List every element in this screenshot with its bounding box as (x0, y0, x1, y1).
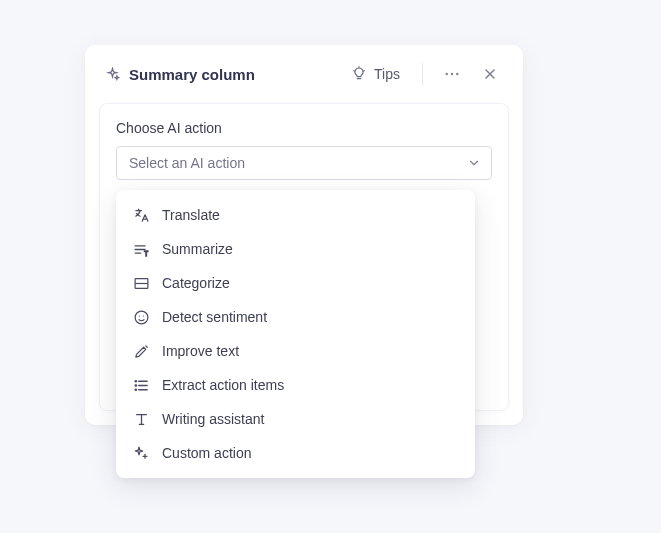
option-label: Detect sentiment (162, 309, 267, 325)
close-button[interactable] (475, 59, 505, 89)
sparkle-plus-icon (132, 444, 150, 462)
option-label: Extract action items (162, 377, 284, 393)
option-translate[interactable]: Translate (116, 198, 475, 232)
svg-text:T: T (144, 249, 148, 256)
svg-point-8 (135, 389, 136, 390)
svg-point-6 (135, 380, 136, 381)
svg-point-0 (446, 73, 448, 75)
dots-horizontal-icon (443, 65, 461, 83)
option-categorize[interactable]: Categorize (116, 266, 475, 300)
improve-text-icon (132, 342, 150, 360)
panel-title: Summary column (129, 66, 255, 83)
svg-point-1 (451, 73, 453, 75)
option-detect-sentiment[interactable]: Detect sentiment (116, 300, 475, 334)
lightbulb-icon (350, 65, 368, 83)
svg-point-7 (135, 384, 136, 385)
svg-point-2 (456, 73, 458, 75)
tips-button[interactable]: Tips (342, 61, 408, 87)
tips-label: Tips (374, 66, 400, 82)
panel-header: Summary column Tips (85, 45, 523, 103)
text-icon (132, 410, 150, 428)
sentiment-icon (132, 308, 150, 326)
option-label: Categorize (162, 275, 230, 291)
ai-action-select[interactable]: Select an AI action (116, 146, 492, 180)
divider (422, 63, 423, 85)
more-button[interactable] (437, 59, 467, 89)
panel-body: Choose AI action Select an AI action Tra… (99, 103, 509, 411)
option-label: Translate (162, 207, 220, 223)
option-label: Custom action (162, 445, 251, 461)
close-icon (482, 66, 498, 82)
categorize-icon (132, 274, 150, 292)
option-improve-text[interactable]: Improve text (116, 334, 475, 368)
ai-column-panel: Summary column Tips (85, 45, 523, 425)
svg-point-5 (135, 311, 148, 324)
option-summarize[interactable]: T Summarize (116, 232, 475, 266)
option-label: Writing assistant (162, 411, 264, 427)
option-writing-assistant[interactable]: Writing assistant (116, 402, 475, 436)
select-placeholder: Select an AI action (129, 155, 245, 171)
list-icon (132, 376, 150, 394)
ai-action-dropdown: Translate T Summarize Cat (116, 190, 475, 478)
option-custom-action[interactable]: Custom action (116, 436, 475, 470)
translate-icon (132, 206, 150, 224)
field-label: Choose AI action (116, 120, 492, 136)
chevron-down-icon (467, 156, 481, 170)
header-left: Summary column (103, 65, 334, 83)
sparkle-icon (103, 65, 121, 83)
option-extract-action-items[interactable]: Extract action items (116, 368, 475, 402)
option-label: Summarize (162, 241, 233, 257)
option-label: Improve text (162, 343, 239, 359)
summarize-icon: T (132, 240, 150, 258)
